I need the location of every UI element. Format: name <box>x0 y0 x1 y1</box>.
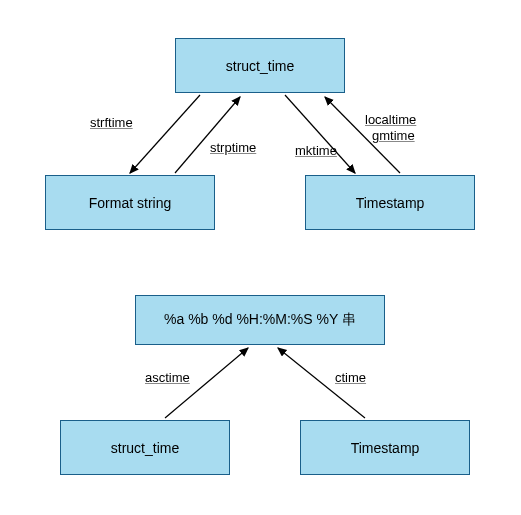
node-label: struct_time <box>111 440 179 456</box>
svg-line-2 <box>175 97 240 173</box>
node-timestamp-bottom: Timestamp <box>300 420 470 475</box>
node-label: Timestamp <box>351 440 420 456</box>
node-struct-time-top: struct_time <box>175 38 345 93</box>
node-label: Timestamp <box>356 195 425 211</box>
edge-gmtime: gmtime <box>372 128 415 143</box>
node-timestamp-top: Timestamp <box>305 175 475 230</box>
node-format-string: Format string <box>45 175 215 230</box>
edge-asctime: asctime <box>145 370 190 385</box>
edge-strftime: strftime <box>90 115 133 130</box>
edge-localtime: localtime <box>365 112 416 127</box>
node-format-pattern: %a %b %d %H:%M:%S %Y 串 <box>135 295 385 345</box>
edge-mktime: mktime <box>295 143 337 158</box>
edge-ctime: ctime <box>335 370 366 385</box>
edge-strptime: strptime <box>210 140 256 155</box>
svg-line-3 <box>285 95 355 173</box>
node-struct-time-bottom: struct_time <box>60 420 230 475</box>
node-label: %a %b %d %H:%M:%S %Y 串 <box>164 311 356 329</box>
node-label: Format string <box>89 195 171 211</box>
svg-line-1 <box>130 95 200 173</box>
node-label: struct_time <box>226 58 294 74</box>
